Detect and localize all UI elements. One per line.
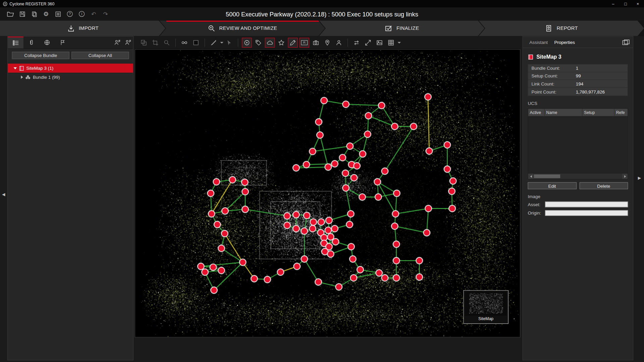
sitemap-overview-box[interactable]: SiteMap (463, 290, 508, 324)
app-window: Cyclone REGISTER 360 – □ × ⚙ ? i ↶ (0, 0, 644, 362)
undo-button[interactable]: ↶ (88, 9, 99, 19)
log-button[interactable] (53, 9, 63, 19)
tag-icon (255, 39, 262, 46)
location-pin-icon (324, 39, 331, 46)
tab-finalize[interactable]: FINALIZE (319, 20, 484, 36)
tab-report[interactable]: REPORT (479, 20, 644, 36)
ucs-column-name[interactable]: Name (545, 109, 583, 116)
settings-button[interactable]: ⚙ (41, 9, 51, 19)
show-images-toggle[interactable]: R (300, 38, 309, 47)
draw-links-tool[interactable] (288, 38, 298, 47)
show-cloud-toggle[interactable] (265, 38, 275, 47)
grid-options-tool[interactable] (386, 38, 396, 47)
sitemap-viewport[interactable]: SiteMap (135, 49, 521, 338)
setup-node-icon (244, 39, 250, 46)
project-explorer-panel: Collapse Bundle Collapse All SiteMap 3 (… (7, 36, 133, 360)
property-row: Point Count: 1,780,977,826 (528, 88, 628, 96)
grid-dropdown-caret[interactable] (397, 42, 401, 43)
scrollbar-track[interactable] (534, 174, 622, 179)
panel-layout-icon (622, 39, 630, 45)
measure-tool[interactable] (209, 38, 218, 47)
ucs-column-reference[interactable]: Refe (614, 109, 628, 116)
ucs-table: Active Name Setup Refe (528, 108, 628, 179)
property-label: Link Count: (531, 81, 576, 86)
image-asset-row: Asset: (528, 201, 628, 207)
ucs-column-setup[interactable]: Setup (582, 109, 614, 116)
star-icon (278, 39, 285, 46)
ucs-horizontal-scrollbar[interactable] (528, 174, 628, 179)
duplicate-button[interactable] (29, 9, 40, 19)
tree-item-label: Bundle 1 (99) (33, 75, 60, 80)
minimize-button[interactable]: – (607, 0, 620, 7)
ucs-column-active[interactable]: Active (528, 109, 545, 116)
redo-button[interactable]: ↷ (100, 9, 111, 19)
tree-item-bundle[interactable]: Bundle 1 (99) (8, 73, 133, 82)
ucs-table-body[interactable] (528, 116, 628, 174)
collapse-all-button[interactable]: Collapse All (71, 52, 129, 59)
ucs-edit-button[interactable]: Edit (528, 182, 576, 189)
panel-layout-button[interactable] (622, 39, 630, 45)
about-button[interactable]: i (76, 9, 87, 19)
swap-setups-tool[interactable] (352, 38, 361, 47)
tab-web[interactable] (39, 37, 55, 49)
collapse-left-panel-arrow[interactable]: ◀ (2, 192, 5, 196)
show-labels-toggle[interactable] (254, 38, 263, 47)
tab-assistant[interactable]: Assistant (526, 37, 551, 47)
sitemap-overview-label: SiteMap (478, 316, 493, 321)
maximize-button[interactable]: □ (620, 0, 632, 7)
expander-closed-icon[interactable] (21, 75, 23, 79)
show-favorites-toggle[interactable] (276, 38, 286, 47)
multi-select-tool[interactable] (139, 38, 149, 47)
gear-icon: ⚙ (43, 10, 49, 18)
tab-review-and-optimize[interactable]: REVIEW AND OPTIMIZE (160, 20, 325, 36)
measure-dropdown-caret[interactable] (220, 42, 223, 43)
crop-tool[interactable] (150, 38, 160, 47)
scroll-right-button[interactable] (622, 174, 628, 179)
tab-accent (166, 20, 321, 22)
tab-attachments[interactable] (23, 37, 39, 49)
scrollbar-thumb[interactable] (534, 174, 560, 178)
remove-setup-tool[interactable] (123, 38, 132, 47)
fit-view-tool[interactable] (363, 38, 373, 47)
ucs-delete-button[interactable]: Delete (579, 182, 628, 189)
assign-setup-tool[interactable] (112, 38, 122, 47)
collapse-bundle-button[interactable]: Collapse Bundle (12, 52, 69, 59)
tree-item-sitemap[interactable]: SiteMap 3 (1) (8, 64, 133, 73)
geotag-tool[interactable] (322, 38, 332, 47)
property-value: 1 (576, 66, 579, 71)
camera-tool[interactable] (311, 38, 321, 47)
tab-properties[interactable]: Properties (551, 37, 578, 47)
background-image-tool[interactable] (375, 38, 384, 47)
show-setups-toggle[interactable] (242, 38, 252, 47)
scroll-left-icon (530, 175, 532, 177)
pointcloud-canvas[interactable] (135, 50, 520, 337)
asset-input[interactable] (545, 201, 628, 207)
tab-import[interactable]: IMPORT (0, 20, 165, 36)
expand-right-panel-arrow[interactable]: ▶ (638, 176, 641, 180)
zoom-region-tool[interactable] (162, 38, 171, 47)
list-icon (55, 11, 61, 17)
sitemap-icon (19, 65, 24, 71)
pick-point-tool[interactable] (224, 38, 234, 47)
property-row: Link Count: 194 (528, 80, 628, 88)
tab-project-tree[interactable] (8, 37, 23, 49)
image-r-icon: R (301, 40, 308, 45)
save-project-button[interactable] (17, 9, 28, 19)
cloud-display-tool[interactable] (191, 38, 201, 47)
asset-label: Asset: (528, 202, 545, 207)
help-button[interactable]: ? (64, 9, 75, 19)
person-flag-icon (114, 40, 120, 46)
globe-icon (44, 40, 50, 46)
open-project-button[interactable] (5, 9, 16, 19)
assign-control-tool[interactable] (334, 38, 344, 47)
expander-open-icon[interactable] (13, 67, 17, 69)
sitemap-icon (528, 54, 533, 60)
close-button[interactable]: × (632, 0, 644, 7)
tab-flags[interactable] (55, 37, 70, 49)
scroll-left-button[interactable] (528, 174, 534, 179)
toolbar-separator (175, 38, 176, 46)
report-icon (545, 24, 553, 32)
link-view-tool[interactable] (179, 38, 189, 47)
paperclip-icon (29, 40, 34, 46)
origin-input[interactable] (545, 210, 628, 216)
